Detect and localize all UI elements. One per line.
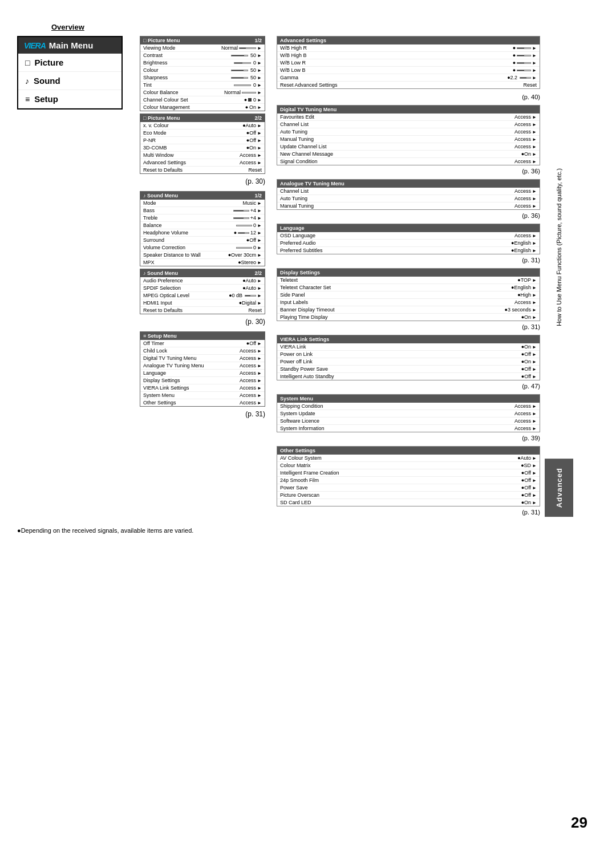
viera-logo: VIERA xyxy=(24,41,46,50)
system-menu-box: System Menu Shipping ConditionAccess► Sy… xyxy=(277,394,540,432)
table-row: Side Panel●High► xyxy=(277,291,540,299)
table-row: MPX●Stereo► xyxy=(140,259,265,266)
table-row: Child LockAccess► xyxy=(140,347,265,355)
setup-menu: ≡ Setup Menu Off Timer●Off► Child LockAc… xyxy=(140,331,265,407)
table-row: Teletext●TOP► xyxy=(277,277,540,284)
sound-page-num: (p. 30) xyxy=(140,317,265,327)
system-menu-page: (p. 39) xyxy=(277,435,540,441)
table-row: W/B Low B●► xyxy=(277,67,540,74)
table-row: Input LabelsAccess► xyxy=(277,299,540,306)
table-row: Preferred Subtitles●English► xyxy=(277,247,540,254)
sound-menu-1-header: ♪ Sound Menu 1/2 xyxy=(140,192,265,200)
table-row: Intelligent Auto Standby●Off► xyxy=(277,373,540,380)
table-row: x. v. Colour●Auto► xyxy=(140,122,265,129)
table-row: Display SettingsAccess► xyxy=(140,377,265,384)
language-page: (p. 31) xyxy=(277,257,540,264)
main-menu-section: VIERA Main Menu □ Picture ♪ Sound ≡ Setu… xyxy=(17,36,123,517)
table-row: Auto TuningAccess► xyxy=(277,195,540,202)
table-row: Teletext Character Set●English► xyxy=(277,284,540,291)
setup-menu-header: ≡ Setup Menu xyxy=(140,332,265,340)
table-row: Audio Preference●Auto► xyxy=(140,277,265,285)
adv-settings-page: (p. 40) xyxy=(277,94,540,100)
table-row: Analogue TV Tuning MenuAccess► xyxy=(140,362,265,370)
table-row: OSD LanguageAccess► xyxy=(277,232,540,240)
picture-label: Picture xyxy=(34,58,63,67)
table-row: 3D-COMB●On► xyxy=(140,144,265,152)
table-row: Off Timer●Off► xyxy=(140,340,265,347)
table-row: Power on Link●Off► xyxy=(277,351,540,358)
table-row: Colour Matrix●SD► xyxy=(277,462,540,469)
other-settings-page: (p. 31) xyxy=(277,509,540,516)
table-row: System MenuAccess► xyxy=(140,392,265,399)
table-row: Balance0► xyxy=(140,222,265,229)
table-row: Reset to DefaultsReset xyxy=(140,167,265,173)
setup-icon: ≡ xyxy=(25,95,30,104)
table-row: MPEG Optical Level●0 dB► xyxy=(140,292,265,299)
menu-item-sound[interactable]: ♪ Sound xyxy=(18,72,121,90)
picture-menu-2-rows: x. v. Colour●Auto► Eco Mode●Off► P-NR●Of… xyxy=(140,122,265,173)
table-row: System InformationAccess► xyxy=(277,425,540,432)
table-row: Colour 50► xyxy=(140,67,265,74)
table-row: Picture Overscan●Off► xyxy=(277,492,540,499)
table-row: Signal ConditionAccess► xyxy=(277,158,540,165)
analogue-tv-page: (p. 36) xyxy=(277,212,540,219)
table-row: Advanced SettingsAccess► xyxy=(140,159,265,167)
language-box: Language OSD LanguageAccess► Preferred A… xyxy=(277,224,540,254)
table-row: P-NR●Off► xyxy=(140,137,265,144)
table-row: Power Save●Off► xyxy=(277,484,540,492)
table-row: Power off Link●On► xyxy=(277,358,540,366)
sound-menu-2: ♪ Sound Menu 2/2 Audio Preference●Auto► … xyxy=(140,269,265,314)
table-row: HDMI1 Input●Digital► xyxy=(140,299,265,307)
page-number: 29 xyxy=(571,814,587,832)
table-row: Playing Time Display●On► xyxy=(277,314,540,321)
far-right-bar: How to Use Menu Functions (Picture, soun… xyxy=(545,36,573,517)
picture-menu-1-page: 1/2 xyxy=(254,38,262,43)
other-settings-box: Other Settings AV Colour System●Auto► Co… xyxy=(277,446,540,506)
table-row: Volume Correction0► xyxy=(140,244,265,252)
table-row: Intelligent Frame Creation●Off► xyxy=(277,469,540,477)
table-row: Contrast 50► xyxy=(140,52,265,59)
table-row: Preferred Audio●English► xyxy=(277,240,540,247)
main-menu-title: Main Menu xyxy=(49,40,94,50)
table-row: Sharpness 50► xyxy=(140,74,265,82)
table-row: New Channel Message●On► xyxy=(277,151,540,158)
table-row: Multi WindowAccess► xyxy=(140,152,265,159)
table-row: Surround●Off► xyxy=(140,237,265,244)
picture-icon-sm: □ Picture Menu xyxy=(143,38,180,43)
table-row: VIERA Link●On► xyxy=(277,343,540,351)
table-row: Gamma●2.2► xyxy=(277,74,540,82)
table-row: ModeMusic► xyxy=(140,200,265,207)
picture-page-num: (p. 30) xyxy=(140,176,265,187)
sound-menu-1-rows: ModeMusic► Bass+4► Treble+4► Balance0► H… xyxy=(140,200,265,266)
main-menu-box: VIERA Main Menu □ Picture ♪ Sound ≡ Setu… xyxy=(17,36,123,110)
table-row: LanguageAccess► xyxy=(140,370,265,377)
table-row: W/B High R●► xyxy=(277,44,540,52)
table-row: Other SettingsAccess► xyxy=(140,399,265,406)
table-row: VIERA Link SettingsAccess► xyxy=(140,384,265,392)
overview-title: Overview xyxy=(51,23,599,31)
other-settings-header: Other Settings xyxy=(277,447,540,455)
viera-link-page: (p. 47) xyxy=(277,383,540,390)
table-row: Manual TuningAccess► xyxy=(277,136,540,143)
picture-menu-1: □ Picture Menu 1/2 Viewing Mode Normal ►… xyxy=(140,36,265,111)
menu-item-picture[interactable]: □ Picture xyxy=(18,54,121,72)
table-row: Headphone Volume●12► xyxy=(140,229,265,237)
digital-tv-page: (p. 36) xyxy=(277,168,540,175)
table-row: Speaker Distance to Wall●Over 30cm► xyxy=(140,252,265,259)
setup-menu-rows: Off Timer●Off► Child LockAccess► Digital… xyxy=(140,340,265,406)
table-row: Bass+4► xyxy=(140,207,265,214)
table-row: W/B High B●► xyxy=(277,52,540,59)
table-row: System UpdateAccess► xyxy=(277,410,540,418)
analogue-tv-tuning-box: Analogue TV Tuning Menu Channel ListAcce… xyxy=(277,179,540,210)
menu-item-setup[interactable]: ≡ Setup xyxy=(18,90,121,108)
table-row: W/B Low R●► xyxy=(277,59,540,67)
setup-page-num: (p. 31) xyxy=(140,409,265,419)
language-header: Language xyxy=(277,224,540,232)
table-row: Banner Display Timeout●3 seconds► xyxy=(277,306,540,314)
bottom-note: ●Depending on the received signals, avai… xyxy=(17,527,599,534)
display-settings-box: Display Settings Teletext●TOP► Teletext … xyxy=(277,268,540,321)
table-row: Standby Power Save●Off► xyxy=(277,366,540,373)
page-container: Overview VIERA Main Menu □ Picture ♪ Sou… xyxy=(0,0,616,843)
table-row: Reset to DefaultsReset xyxy=(140,307,265,314)
analogue-tv-header: Analogue TV Tuning Menu xyxy=(277,180,540,188)
